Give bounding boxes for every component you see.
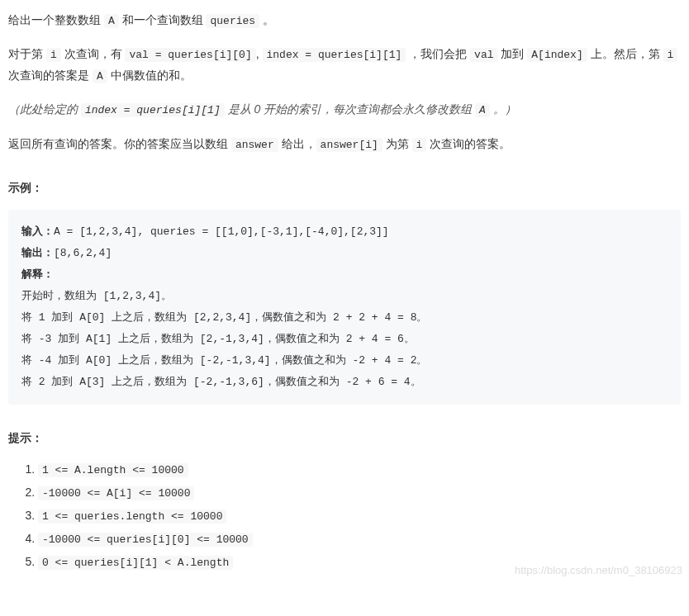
text: 。） [490,102,516,116]
code-answer: answer [231,138,278,152]
code-A2: A [93,69,107,83]
hints-title: 提示： [8,428,681,448]
example-explain-3: 将 -4 加到 A[0] 上之后，数组为 [-2,-1,3,4]，偶数值之和为 … [21,350,668,372]
code-queries: queries [206,14,259,28]
example-explain-2: 将 -3 加到 A[1] 上之后，数组为 [2,-1,3,4]，偶数值之和为 2… [21,329,668,350]
code-i3: i [412,138,427,152]
hint-item-1: 1 <= A.length <= 10000 [38,460,681,480]
code-A3: A [475,103,490,117]
hint-item-3: 1 <= queries.length <= 10000 [38,506,681,526]
hint-item-4: -10000 <= queries[i][0] <= 10000 [38,529,681,549]
example-explain-1: 将 1 加到 A[0] 上之后，数组为 [2,2,3,4]，偶数值之和为 2 +… [21,307,668,329]
code-aindex: A[index] [527,48,587,62]
text: 返回所有查询的答案。你的答案应当以数组 [8,137,231,150]
problem-paragraph-1: 给出一个整数数组 A 和一个查询数组 queries 。 [8,10,681,31]
text: 次查询的答案。 [426,137,511,150]
text: 次查询的答案是 [8,69,93,82]
code-index-q: index = queries[i][1] [81,103,225,117]
text: 给出， [278,137,316,150]
text: , [256,47,263,60]
text: 上。然后，第 [587,47,663,60]
example-title: 示例： [8,178,681,198]
code-answer-i: answer[i] [316,138,383,152]
hint-code: -10000 <= A[i] <= 10000 [38,486,194,500]
hint-code: 1 <= queries.length <= 10000 [38,509,226,524]
text: 是从 0 开始的索引，每次查询都会永久修改数组 [225,102,475,116]
code-index-eq: index = queries[i][1] [263,48,406,62]
text: （此处给定的 [8,102,81,116]
hint-code: -10000 <= queries[i][0] <= 10000 [38,533,253,547]
code-A: A [104,14,119,28]
code-val: val [470,48,497,62]
text: 中偶数值的和。 [107,69,192,82]
output-value: [8,6,2,4] [54,247,112,259]
code-i2: i [663,48,678,62]
example-output-line: 输出：[8,6,2,4] [21,243,668,264]
problem-paragraph-2: 对于第 i 次查询，有 val = queries[i][0], index =… [8,44,681,86]
problem-paragraph-3-note: （此处给定的 index = queries[i][1] 是从 0 开始的索引，… [8,99,681,120]
hint-item-2: -10000 <= A[i] <= 10000 [38,483,681,503]
text: 对于第 [8,47,46,60]
example-input-line: 输入：A = [1,2,3,4], queries = [[1,0],[-3,1… [21,221,668,243]
input-value: A = [1,2,3,4], queries = [[1,0],[-3,1],[… [54,225,389,238]
example-explain-0: 开始时，数组为 [1,2,3,4]。 [21,286,668,307]
hints-list: 1 <= A.length <= 10000 -10000 <= A[i] <=… [38,460,681,571]
code-i: i [46,48,61,62]
text: ，我们会把 [406,47,470,60]
input-label: 输入： [21,225,54,238]
code-val-eq: val = queries[i][0] [125,48,255,62]
hint-code: 0 <= queries[i][1] < A.length [38,556,233,570]
text: 和一个查询数组 [119,13,207,26]
text: 给出一个整数数组 [8,13,104,26]
example-explain-line: 解释： [21,264,668,286]
text: 加到 [498,47,528,60]
text: 次查询，有 [61,47,126,60]
text: 为第 [383,137,412,150]
hint-code: 1 <= A.length <= 10000 [38,463,188,477]
text: 。 [259,13,274,26]
problem-paragraph-4: 返回所有查询的答案。你的答案应当以数组 answer 给出，answer[i] … [8,134,681,154]
hint-item-5: 0 <= queries[i][1] < A.length [38,552,681,572]
example-explain-4: 将 2 加到 A[3] 上之后，数组为 [-2,-1,3,6]，偶数值之和为 -… [21,372,668,393]
explain-label: 解释： [21,268,54,281]
output-label: 输出： [21,247,54,259]
example-block: 输入：A = [1,2,3,4], queries = [[1,0],[-3,1… [8,210,681,405]
